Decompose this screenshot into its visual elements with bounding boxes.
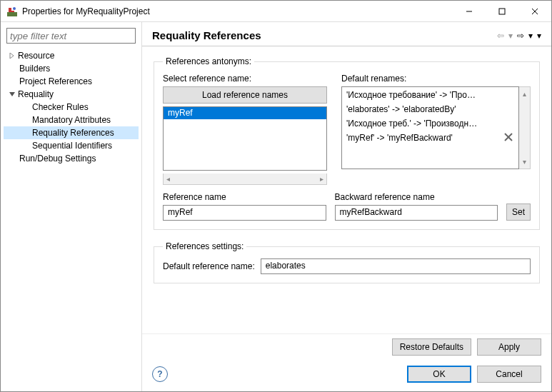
footer-bottom: ? OK Cancel <box>142 360 551 391</box>
tree-label: Run/Debug Settings <box>19 154 96 164</box>
delete-rename-icon[interactable] <box>503 131 514 143</box>
antonyms-group: References antonyms: Select reference na… <box>154 56 540 230</box>
apply-button[interactable]: Apply <box>477 338 541 356</box>
close-button[interactable] <box>518 1 551 22</box>
rename-row[interactable]: 'elaborates' -> 'elaboratedBy' <box>346 104 514 119</box>
ok-button[interactable]: OK <box>407 366 471 383</box>
back-drop-icon[interactable]: ▾ <box>508 31 513 41</box>
select-reference-label: Select reference name: <box>163 74 327 84</box>
chevron-down-icon <box>8 90 16 99</box>
back-icon[interactable]: ⇦ <box>497 31 504 41</box>
tree-label: Resource <box>18 51 54 61</box>
rename-row[interactable]: 'Исходное требование' -> 'Про… <box>346 90 514 104</box>
tree-label: Requality <box>18 89 54 99</box>
tree-node-mandatory-attributes[interactable]: Mandatory Attributes <box>4 114 139 126</box>
svg-rect-0 <box>7 12 17 16</box>
app-icon <box>6 6 18 17</box>
tree-label: Requality References <box>32 128 114 138</box>
right-panel: Requality References ⇦ ▾ ⇨ ▾ ▾ Reference… <box>142 22 551 391</box>
default-renames-box[interactable]: 'Исходное требование' -> 'Про… 'elaborat… <box>341 86 519 169</box>
settings-legend: References settings: <box>163 241 246 251</box>
rename-row[interactable]: 'Исходное треб.' -> 'Производн… <box>346 119 514 133</box>
window-buttons <box>453 1 551 22</box>
vertical-scrollbar[interactable]: ▴▾ <box>519 86 531 169</box>
backward-reference-name-label: Backward reference name <box>335 192 498 202</box>
list-item[interactable]: myRef <box>164 107 326 119</box>
svg-rect-3 <box>499 9 505 14</box>
tree-node-checker-rules[interactable]: Checker Rules <box>4 101 139 114</box>
set-button[interactable]: Set <box>506 203 531 221</box>
minimize-button[interactable] <box>453 1 486 22</box>
antonyms-legend: References antonyms: <box>163 56 254 66</box>
scroll-up-icon[interactable]: ▴ <box>523 90 526 98</box>
scroll-right-icon[interactable]: ▸ <box>320 175 323 183</box>
menu-drop-icon[interactable]: ▾ <box>537 31 541 41</box>
reference-names-list[interactable]: myRef <box>163 106 327 171</box>
dialog-body: Resource Builders Project References Req… <box>1 22 551 391</box>
tree-node-requality[interactable]: Requality <box>4 88 139 101</box>
left-panel: Resource Builders Project References Req… <box>1 22 142 391</box>
forward-drop-icon[interactable]: ▾ <box>528 31 533 41</box>
help-icon[interactable]: ? <box>152 366 168 382</box>
restore-defaults-button[interactable]: Restore Defaults <box>392 338 471 356</box>
scroll-left-icon[interactable]: ◂ <box>166 175 170 183</box>
tree-label: Mandatory Attributes <box>32 115 111 125</box>
filter-input[interactable] <box>6 28 136 44</box>
tree-node-resource[interactable]: Resource <box>4 49 139 62</box>
backward-reference-name-input[interactable]: myRefBackward <box>335 205 498 221</box>
load-reference-names-button[interactable]: Load reference names <box>163 86 327 104</box>
rename-row[interactable]: 'myRef' -> 'myRefBackward' <box>346 133 514 147</box>
forward-icon[interactable]: ⇨ <box>517 31 524 41</box>
reference-name-label: Reference name <box>163 192 326 202</box>
default-renames-label: Default renames: <box>341 74 531 84</box>
tree-label: Checker Rules <box>32 102 89 112</box>
tree-label: Builders <box>19 64 50 74</box>
tree-node-run-debug[interactable]: Run/Debug Settings <box>4 152 139 165</box>
maximize-button[interactable] <box>486 1 518 22</box>
tree[interactable]: Resource Builders Project References Req… <box>4 49 139 386</box>
settings-group: References settings: Default reference n… <box>154 241 540 283</box>
tree-label: Sequential Identifiers <box>32 141 112 151</box>
titlebar: Properties for MyRequalityProject <box>1 1 551 22</box>
window-title: Properties for MyRequalityProject <box>22 6 453 16</box>
nav-icons: ⇦ ▾ ⇨ ▾ ▾ <box>497 31 541 41</box>
cancel-button[interactable]: Cancel <box>477 366 541 383</box>
tree-node-project-references[interactable]: Project References <box>4 75 139 88</box>
page-title: Requality References <box>152 29 497 41</box>
tree-label: Project References <box>19 76 92 86</box>
svg-point-1 <box>13 7 16 10</box>
default-reference-name-input[interactable]: elaborates <box>261 258 531 274</box>
default-reference-name-label: Default reference name: <box>163 261 255 271</box>
tree-node-requality-references[interactable]: Requality References <box>4 126 139 139</box>
tree-node-builders[interactable]: Builders <box>4 62 139 75</box>
reference-name-input[interactable]: myRef <box>163 205 326 221</box>
page-header: Requality References ⇦ ▾ ⇨ ▾ ▾ <box>142 22 551 46</box>
horizontal-scrollbar[interactable]: ◂▸ <box>163 174 327 185</box>
tree-node-sequential-identifiers[interactable]: Sequential Identifiers <box>4 139 139 152</box>
chevron-right-icon <box>8 51 16 60</box>
content-area: References antonyms: Select reference na… <box>142 46 551 333</box>
scroll-down-icon[interactable]: ▾ <box>523 158 526 166</box>
footer-top: Restore Defaults Apply <box>142 333 551 360</box>
